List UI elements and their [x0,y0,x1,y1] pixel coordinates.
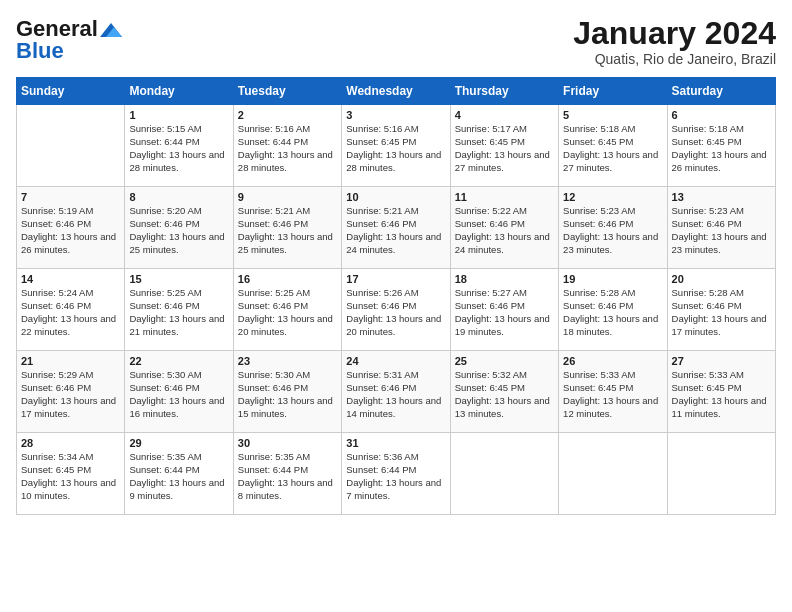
day-info: Sunrise: 5:23 AMSunset: 6:46 PMDaylight:… [563,205,662,256]
title-block: January 2024 Quatis, Rio de Janeiro, Bra… [573,16,776,67]
day-number: 21 [21,355,120,367]
day-cell [559,433,667,515]
day-cell: 3 Sunrise: 5:16 AMSunset: 6:45 PMDayligh… [342,105,450,187]
day-cell: 23 Sunrise: 5:30 AMSunset: 6:46 PMDaylig… [233,351,341,433]
day-number: 6 [672,109,771,121]
day-number: 14 [21,273,120,285]
day-cell: 16 Sunrise: 5:25 AMSunset: 6:46 PMDaylig… [233,269,341,351]
day-number: 29 [129,437,228,449]
day-cell: 13 Sunrise: 5:23 AMSunset: 6:46 PMDaylig… [667,187,775,269]
day-cell: 25 Sunrise: 5:32 AMSunset: 6:45 PMDaylig… [450,351,558,433]
day-number: 11 [455,191,554,203]
day-info: Sunrise: 5:21 AMSunset: 6:46 PMDaylight:… [238,205,337,256]
header-row: Sunday Monday Tuesday Wednesday Thursday… [17,78,776,105]
day-info: Sunrise: 5:16 AMSunset: 6:44 PMDaylight:… [238,123,337,174]
subtitle: Quatis, Rio de Janeiro, Brazil [573,51,776,67]
day-number: 26 [563,355,662,367]
day-info: Sunrise: 5:15 AMSunset: 6:44 PMDaylight:… [129,123,228,174]
day-cell: 7 Sunrise: 5:19 AMSunset: 6:46 PMDayligh… [17,187,125,269]
day-info: Sunrise: 5:35 AMSunset: 6:44 PMDaylight:… [129,451,228,502]
month-title: January 2024 [573,16,776,51]
day-info: Sunrise: 5:16 AMSunset: 6:45 PMDaylight:… [346,123,445,174]
day-info: Sunrise: 5:17 AMSunset: 6:45 PMDaylight:… [455,123,554,174]
day-info: Sunrise: 5:28 AMSunset: 6:46 PMDaylight:… [672,287,771,338]
day-info: Sunrise: 5:22 AMSunset: 6:46 PMDaylight:… [455,205,554,256]
day-info: Sunrise: 5:28 AMSunset: 6:46 PMDaylight:… [563,287,662,338]
day-cell: 11 Sunrise: 5:22 AMSunset: 6:46 PMDaylig… [450,187,558,269]
logo-icon [100,23,122,37]
col-friday: Friday [559,78,667,105]
day-info: Sunrise: 5:18 AMSunset: 6:45 PMDaylight:… [563,123,662,174]
col-wednesday: Wednesday [342,78,450,105]
logo-blue: Blue [16,38,64,64]
week-row-5: 28 Sunrise: 5:34 AMSunset: 6:45 PMDaylig… [17,433,776,515]
day-cell: 4 Sunrise: 5:17 AMSunset: 6:45 PMDayligh… [450,105,558,187]
day-info: Sunrise: 5:19 AMSunset: 6:46 PMDaylight:… [21,205,120,256]
day-cell: 1 Sunrise: 5:15 AMSunset: 6:44 PMDayligh… [125,105,233,187]
day-number: 4 [455,109,554,121]
day-cell: 2 Sunrise: 5:16 AMSunset: 6:44 PMDayligh… [233,105,341,187]
day-cell: 8 Sunrise: 5:20 AMSunset: 6:46 PMDayligh… [125,187,233,269]
day-number: 27 [672,355,771,367]
day-info: Sunrise: 5:27 AMSunset: 6:46 PMDaylight:… [455,287,554,338]
day-info: Sunrise: 5:20 AMSunset: 6:46 PMDaylight:… [129,205,228,256]
col-tuesday: Tuesday [233,78,341,105]
day-number: 3 [346,109,445,121]
day-info: Sunrise: 5:26 AMSunset: 6:46 PMDaylight:… [346,287,445,338]
day-number: 25 [455,355,554,367]
day-cell: 26 Sunrise: 5:33 AMSunset: 6:45 PMDaylig… [559,351,667,433]
day-info: Sunrise: 5:29 AMSunset: 6:46 PMDaylight:… [21,369,120,420]
day-number: 1 [129,109,228,121]
day-cell: 28 Sunrise: 5:34 AMSunset: 6:45 PMDaylig… [17,433,125,515]
day-cell: 24 Sunrise: 5:31 AMSunset: 6:46 PMDaylig… [342,351,450,433]
day-cell: 5 Sunrise: 5:18 AMSunset: 6:45 PMDayligh… [559,105,667,187]
col-thursday: Thursday [450,78,558,105]
day-cell: 21 Sunrise: 5:29 AMSunset: 6:46 PMDaylig… [17,351,125,433]
day-cell: 12 Sunrise: 5:23 AMSunset: 6:46 PMDaylig… [559,187,667,269]
col-sunday: Sunday [17,78,125,105]
week-row-3: 14 Sunrise: 5:24 AMSunset: 6:46 PMDaylig… [17,269,776,351]
page-container: General Blue January 2024 Quatis, Rio de… [0,0,792,523]
day-cell: 15 Sunrise: 5:25 AMSunset: 6:46 PMDaylig… [125,269,233,351]
day-cell: 20 Sunrise: 5:28 AMSunset: 6:46 PMDaylig… [667,269,775,351]
day-number: 24 [346,355,445,367]
day-cell: 31 Sunrise: 5:36 AMSunset: 6:44 PMDaylig… [342,433,450,515]
day-cell: 18 Sunrise: 5:27 AMSunset: 6:46 PMDaylig… [450,269,558,351]
day-number: 15 [129,273,228,285]
header: General Blue January 2024 Quatis, Rio de… [16,16,776,67]
day-number: 19 [563,273,662,285]
day-number: 17 [346,273,445,285]
day-cell: 22 Sunrise: 5:30 AMSunset: 6:46 PMDaylig… [125,351,233,433]
day-cell [17,105,125,187]
day-number: 31 [346,437,445,449]
day-number: 9 [238,191,337,203]
day-number: 2 [238,109,337,121]
day-cell [667,433,775,515]
day-number: 28 [21,437,120,449]
day-info: Sunrise: 5:24 AMSunset: 6:46 PMDaylight:… [21,287,120,338]
day-number: 10 [346,191,445,203]
day-number: 12 [563,191,662,203]
calendar-table: Sunday Monday Tuesday Wednesday Thursday… [16,77,776,515]
day-cell: 19 Sunrise: 5:28 AMSunset: 6:46 PMDaylig… [559,269,667,351]
day-cell: 17 Sunrise: 5:26 AMSunset: 6:46 PMDaylig… [342,269,450,351]
day-number: 20 [672,273,771,285]
col-saturday: Saturday [667,78,775,105]
day-cell: 14 Sunrise: 5:24 AMSunset: 6:46 PMDaylig… [17,269,125,351]
day-number: 5 [563,109,662,121]
week-row-4: 21 Sunrise: 5:29 AMSunset: 6:46 PMDaylig… [17,351,776,433]
day-info: Sunrise: 5:34 AMSunset: 6:45 PMDaylight:… [21,451,120,502]
day-info: Sunrise: 5:32 AMSunset: 6:45 PMDaylight:… [455,369,554,420]
day-number: 22 [129,355,228,367]
day-number: 30 [238,437,337,449]
day-cell [450,433,558,515]
day-info: Sunrise: 5:36 AMSunset: 6:44 PMDaylight:… [346,451,445,502]
day-cell: 29 Sunrise: 5:35 AMSunset: 6:44 PMDaylig… [125,433,233,515]
day-number: 23 [238,355,337,367]
logo: General Blue [16,16,122,64]
day-info: Sunrise: 5:25 AMSunset: 6:46 PMDaylight:… [238,287,337,338]
week-row-1: 1 Sunrise: 5:15 AMSunset: 6:44 PMDayligh… [17,105,776,187]
week-row-2: 7 Sunrise: 5:19 AMSunset: 6:46 PMDayligh… [17,187,776,269]
day-info: Sunrise: 5:33 AMSunset: 6:45 PMDaylight:… [563,369,662,420]
day-info: Sunrise: 5:30 AMSunset: 6:46 PMDaylight:… [129,369,228,420]
